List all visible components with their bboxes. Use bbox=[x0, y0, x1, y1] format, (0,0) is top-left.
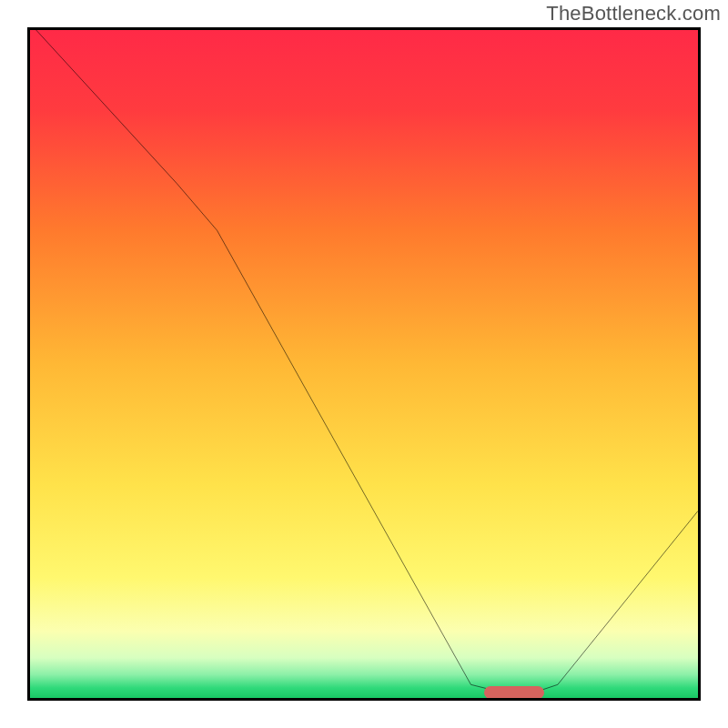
bottleneck-curve bbox=[30, 30, 698, 698]
watermark-text: TheBottleneck.com bbox=[546, 2, 721, 25]
plot-area bbox=[27, 27, 701, 701]
optimal-marker bbox=[484, 686, 544, 699]
chart-container: TheBottleneck.com bbox=[0, 0, 728, 728]
